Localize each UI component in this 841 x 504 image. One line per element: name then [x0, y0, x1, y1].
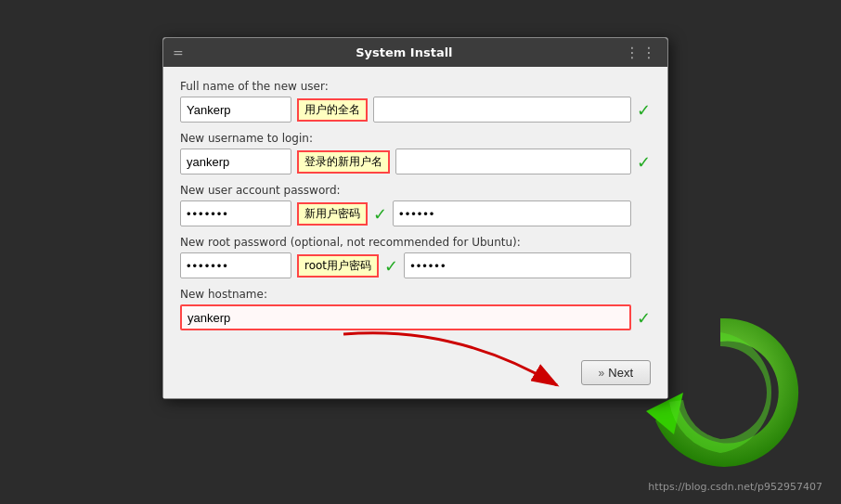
- titlebar-right-icon: ⋮⋮: [625, 44, 658, 61]
- dialog-title: System Install: [184, 45, 625, 59]
- hostname-input-row: ✓: [180, 304, 651, 330]
- password-annotation: 新用户密码: [297, 202, 368, 226]
- password-check-icon: ✓: [373, 204, 387, 224]
- username-label: New username to login:: [180, 132, 651, 145]
- next-button[interactable]: » Next: [581, 360, 651, 385]
- hostname-label: New hostname:: [180, 288, 651, 301]
- full-name-input-extra[interactable]: [373, 97, 631, 123]
- root-password-check-icon: ✓: [384, 256, 398, 276]
- password-label: New user account password:: [180, 184, 651, 197]
- username-input-extra[interactable]: [395, 149, 631, 174]
- username-annotation: 登录的新用户名: [297, 150, 390, 174]
- root-password-input[interactable]: [180, 252, 291, 278]
- password-row: New user account password: 新用户密码 ✓ ✓: [180, 184, 651, 226]
- hostname-row: New hostname: ✓: [180, 288, 651, 330]
- root-password-input-row: root用户密码 ✓ ✓: [180, 252, 651, 278]
- root-password-label: New root password (optional, not recomme…: [180, 236, 651, 249]
- full-name-check-icon: ✓: [637, 100, 651, 120]
- root-password-confirm-input[interactable]: [404, 252, 631, 278]
- dialog-footer: » Next: [163, 353, 667, 398]
- dialog-body: Full name of the new user: 用户的全名 ✓ New u…: [163, 67, 667, 353]
- username-input[interactable]: [180, 149, 291, 174]
- hostname-check-icon: ✓: [637, 308, 651, 328]
- root-password-row: New root password (optional, not recomme…: [180, 236, 651, 278]
- password-input[interactable]: [180, 200, 291, 226]
- full-name-input[interactable]: [180, 97, 291, 123]
- system-install-dialog: = System Install ⋮⋮ Full name of the new…: [162, 37, 668, 399]
- full-name-row: Full name of the new user: 用户的全名 ✓: [180, 80, 651, 123]
- username-input-row: 登录的新用户名 ✓: [180, 149, 651, 174]
- full-name-label: Full name of the new user:: [180, 80, 651, 93]
- dialog-titlebar: = System Install ⋮⋮: [163, 38, 667, 67]
- next-button-arrows: »: [599, 367, 605, 380]
- full-name-annotation: 用户的全名: [297, 98, 368, 122]
- titlebar-left-icon: =: [173, 45, 184, 60]
- username-check-icon: ✓: [637, 152, 651, 172]
- root-password-annotation: root用户密码: [297, 254, 379, 278]
- next-button-label: Next: [608, 366, 633, 380]
- watermark-text: https://blog.csdn.net/p952957407: [648, 481, 822, 493]
- password-input-row: 新用户密码 ✓ ✓: [180, 200, 651, 226]
- password-confirm-input[interactable]: [393, 200, 631, 226]
- username-row: New username to login: 登录的新用户名 ✓: [180, 132, 651, 174]
- full-name-input-row: 用户的全名 ✓: [180, 97, 651, 123]
- hostname-input[interactable]: [180, 304, 631, 330]
